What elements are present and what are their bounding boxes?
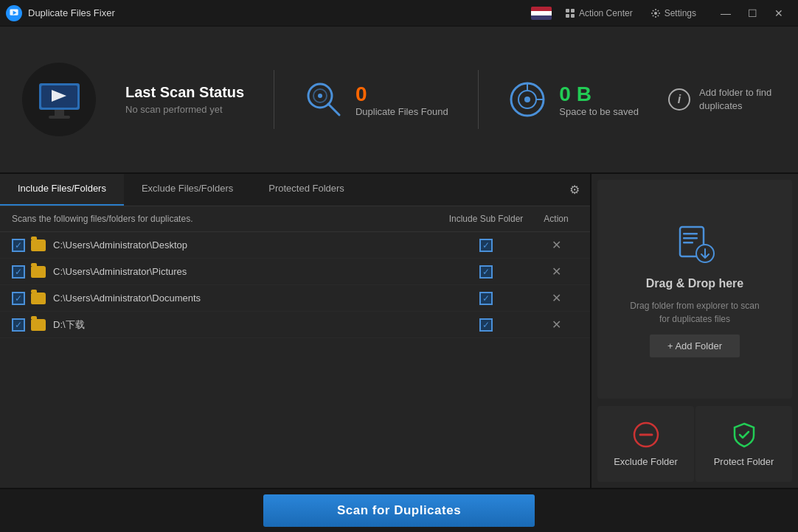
svg-rect-21 — [683, 237, 698, 239]
space-label: Space to be saved — [559, 106, 639, 117]
table-row: ✓ C:\Users\Administrator\Documents ✓ ✕ — [0, 285, 590, 312]
svg-point-15 — [318, 94, 322, 98]
remove-button-3[interactable]: ✕ — [552, 291, 561, 305]
drop-icon — [673, 221, 717, 268]
exclude-folder-card[interactable]: Exclude Folder — [597, 406, 694, 482]
subfolder-checkbox-3[interactable]: ✓ — [479, 292, 493, 305]
app-title: Duplicate Files Fixer — [28, 7, 531, 18]
row-subfolder-2: ✓ — [438, 265, 534, 279]
subfolder-checkbox-1[interactable]: ✓ — [479, 239, 493, 252]
search-scan-icon — [304, 80, 344, 120]
app-icon-area — [22, 63, 96, 136]
header-action: Action — [534, 214, 578, 224]
tab-include[interactable]: Include Files/Folders — [0, 174, 124, 206]
row-path-1: C:\Users\Administrator\Desktop — [53, 239, 438, 251]
bottom-bar: Scan for Duplicates — [0, 488, 798, 532]
protect-folder-card[interactable]: Protect Folder — [695, 406, 792, 482]
row-action-1: ✕ — [534, 238, 578, 252]
table-row: ✓ C:\Users\Administrator\Pictures ✓ ✕ — [0, 259, 590, 285]
flag-icon[interactable] — [531, 7, 552, 20]
disk-icon — [507, 80, 548, 120]
divider-2 — [478, 70, 479, 129]
window-controls: — ☐ ✕ — [712, 0, 792, 27]
header-subfolder: Include Sub Folder — [438, 214, 534, 224]
divider-1 — [274, 70, 274, 129]
remove-button-4[interactable]: ✕ — [552, 318, 561, 332]
main-content: Include Files/Folders Exclude Files/Fold… — [0, 174, 798, 488]
info-text: Add folder to find duplicates — [699, 86, 776, 113]
header-section: Last Scan Status No scan performed yet 0… — [0, 27, 798, 174]
left-panel: Include Files/Folders Exclude Files/Fold… — [0, 174, 591, 488]
svg-rect-2 — [566, 9, 569, 13]
row-checkbox-3[interactable]: ✓ — [12, 292, 25, 305]
scan-button[interactable]: Scan for Duplicates — [263, 494, 535, 527]
app-logo — [6, 5, 22, 21]
duplicate-stat-text: 0 Duplicate Files Found — [355, 83, 448, 117]
close-button[interactable]: ✕ — [766, 0, 792, 27]
row-path-2: C:\Users\Administrator\Pictures — [53, 266, 438, 277]
row-checkbox-1[interactable]: ✓ — [12, 239, 25, 252]
row-subfolder-4: ✓ — [438, 318, 534, 332]
drop-zone[interactable]: Drag & Drop here Drag folder from explor… — [597, 180, 792, 399]
folder-icon-4 — [31, 319, 46, 331]
row-action-4: ✕ — [534, 318, 578, 332]
row-checkbox-2[interactable]: ✓ — [12, 265, 25, 279]
row-action-2: ✕ — [534, 265, 578, 279]
settings-button[interactable]: Settings — [643, 5, 704, 21]
remove-button-1[interactable]: ✕ — [552, 238, 561, 252]
duplicate-stat: 0 Duplicate Files Found — [304, 80, 448, 120]
row-checkbox-4[interactable]: ✓ — [12, 318, 25, 332]
space-stat-text: 0 B Space to be saved — [559, 83, 639, 117]
svg-rect-11 — [49, 116, 70, 119]
tab-bar: Include Files/Folders Exclude Files/Fold… — [0, 174, 590, 206]
svg-point-6 — [654, 12, 657, 15]
tab-exclude[interactable]: Exclude Files/Folders — [124, 174, 251, 206]
row-path-3: C:\Users\Administrator\Documents — [53, 293, 438, 304]
add-folder-button[interactable]: + Add Folder — [650, 335, 740, 357]
space-number: 0 B — [559, 83, 639, 106]
drop-subtitle: Drag folder from explorer to scanfor dup… — [630, 299, 759, 326]
table-header: Scans the following files/folders for du… — [0, 206, 590, 232]
tab-protected[interactable]: Protected Folders — [251, 174, 362, 206]
header-path: Scans the following files/folders for du… — [12, 214, 438, 224]
right-panel: Drag & Drop here Drag folder from explor… — [591, 174, 798, 488]
titlebar: Duplicate Files Fixer Action Center Sett… — [0, 0, 798, 27]
exclude-folder-label: Exclude Folder — [614, 456, 678, 467]
info-icon: i — [668, 88, 690, 111]
titlebar-right: Action Center Settings — ☐ ✕ — [531, 0, 792, 27]
svg-rect-3 — [571, 9, 575, 13]
scan-status: Last Scan Status No scan performed yet — [125, 84, 244, 115]
scan-status-title: Last Scan Status — [125, 84, 244, 101]
row-action-3: ✕ — [534, 291, 578, 305]
action-cards: Exclude Folder Protect Folder — [597, 406, 792, 482]
remove-button-2[interactable]: ✕ — [552, 265, 561, 279]
protect-folder-label: Protect Folder — [714, 456, 774, 467]
svg-point-18 — [524, 97, 530, 102]
svg-line-13 — [328, 104, 339, 115]
svg-rect-4 — [566, 14, 569, 18]
minimize-button[interactable]: — — [712, 0, 739, 27]
tab-settings-icon[interactable]: ⚙ — [559, 174, 590, 206]
folder-icon-3 — [31, 293, 46, 304]
row-subfolder-1: ✓ — [438, 239, 534, 252]
subfolder-checkbox-2[interactable]: ✓ — [479, 265, 493, 279]
scan-status-subtitle: No scan performed yet — [125, 104, 244, 115]
folder-icon-1 — [31, 239, 46, 251]
table-row: ✓ D:\下载 ✓ ✕ — [0, 312, 590, 338]
duplicate-label: Duplicate Files Found — [355, 106, 448, 117]
action-center-button[interactable]: Action Center — [558, 5, 640, 21]
folder-table: Scans the following files/folders for du… — [0, 206, 590, 488]
row-subfolder-3: ✓ — [438, 292, 534, 305]
svg-rect-10 — [55, 110, 64, 116]
subfolder-checkbox-4[interactable]: ✓ — [479, 318, 493, 332]
row-path-4: D:\下载 — [53, 318, 438, 332]
table-row: ✓ C:\Users\Administrator\Desktop ✓ ✕ — [0, 232, 590, 259]
folder-icon-2 — [31, 266, 46, 278]
svg-rect-20 — [683, 233, 698, 235]
info-area: i Add folder to find duplicates — [668, 86, 776, 113]
space-stat: 0 B Space to be saved — [507, 80, 639, 120]
maximize-button[interactable]: ☐ — [739, 0, 766, 27]
svg-rect-22 — [683, 242, 693, 244]
svg-rect-5 — [571, 14, 575, 18]
duplicate-count: 0 — [355, 83, 448, 106]
